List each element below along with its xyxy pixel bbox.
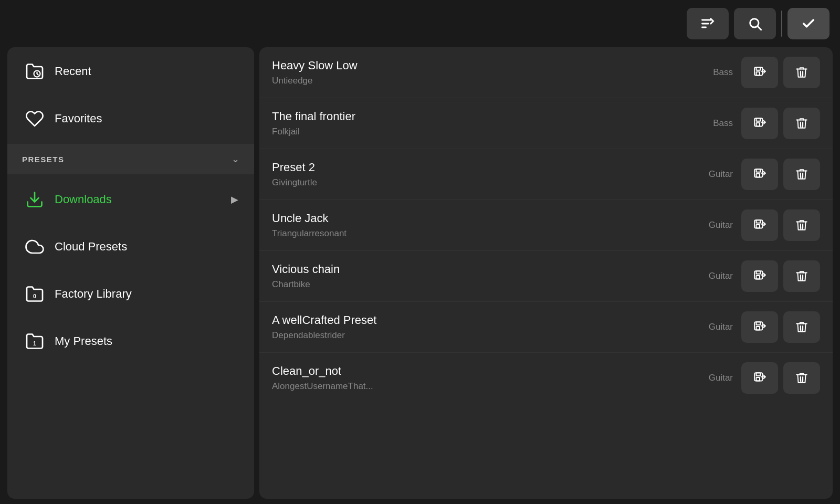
- sidebar-favorites-label: Favorites: [55, 112, 238, 125]
- save-to-button[interactable]: [741, 108, 778, 139]
- svg-line-44: [803, 326, 803, 331]
- sidebar-item-my-presets[interactable]: 1 My Presets: [10, 318, 251, 364]
- presets-section-label: PRESETS: [22, 155, 65, 164]
- preset-row: Preset 2 Givingturtle Guitar: [259, 149, 833, 200]
- preset-author: Dependablestrider: [272, 330, 680, 341]
- delete-button[interactable]: [783, 311, 820, 343]
- svg-line-4: [758, 26, 761, 29]
- delete-button[interactable]: [783, 159, 820, 190]
- heart-icon: [23, 107, 46, 130]
- preset-author: Untieedge: [272, 76, 680, 86]
- sidebar-recent-label: Recent: [55, 65, 238, 78]
- svg-rect-29: [757, 225, 760, 228]
- main-layout: Recent Favorites PRESETS ⌄: [0, 47, 840, 504]
- svg-line-14: [803, 71, 803, 77]
- content-area: Heavy Slow Low Untieedge Bass The fin: [259, 47, 833, 499]
- preset-name: Vicious chain: [272, 262, 680, 276]
- toolbar-divider: [781, 10, 782, 37]
- preset-row: The final frontier Folkjail Bass: [259, 98, 833, 149]
- preset-info: Vicious chain Chartbike: [272, 262, 680, 290]
- preset-category: Guitar: [680, 220, 733, 230]
- svg-line-25: [801, 173, 801, 178]
- preset-row: Vicious chain Chartbike Guitar: [259, 251, 833, 302]
- delete-button[interactable]: [783, 57, 820, 88]
- svg-rect-17: [757, 123, 760, 127]
- svg-line-13: [801, 71, 801, 77]
- svg-line-43: [801, 326, 801, 331]
- preset-category: Bass: [680, 67, 733, 78]
- delete-button[interactable]: [783, 362, 820, 394]
- preset-actions: [741, 57, 820, 88]
- save-to-button[interactable]: [741, 362, 778, 394]
- preset-info: Preset 2 Givingturtle: [272, 161, 680, 188]
- downloads-arrow-icon: ▶: [231, 194, 238, 205]
- svg-line-38: [803, 275, 803, 280]
- svg-line-19: [801, 122, 801, 128]
- svg-rect-34: [757, 271, 761, 274]
- preset-row: Uncle Jack Triangularresonant Guitar: [259, 200, 833, 251]
- preset-name: A wellCrafted Preset: [272, 313, 680, 327]
- sidebar-my-presets-label: My Presets: [55, 334, 238, 348]
- preset-actions: [741, 209, 820, 241]
- preset-name: Clean_or_not: [272, 364, 680, 378]
- preset-info: Clean_or_not AlongestUsernameThat...: [272, 364, 680, 392]
- preset-info: Heavy Slow Low Untieedge: [272, 59, 680, 86]
- svg-rect-23: [757, 174, 760, 177]
- preset-actions: [741, 311, 820, 343]
- preset-category: Bass: [680, 118, 733, 129]
- sidebar: Recent Favorites PRESETS ⌄: [7, 47, 254, 499]
- preset-category: Guitar: [680, 271, 733, 281]
- preset-row: Clean_or_not AlongestUsernameThat... Gui…: [259, 353, 833, 403]
- factory-folder-icon: 0: [23, 282, 46, 306]
- toolbar: [0, 0, 840, 47]
- save-to-button[interactable]: [741, 209, 778, 241]
- preset-name: Uncle Jack: [272, 212, 680, 225]
- sort-button[interactable]: [687, 8, 729, 39]
- svg-line-31: [801, 224, 801, 229]
- svg-rect-47: [757, 377, 760, 381]
- preset-author: Folkjail: [272, 127, 680, 137]
- sidebar-item-factory-library[interactable]: 0 Factory Library: [10, 271, 251, 317]
- sidebar-item-favorites[interactable]: Favorites: [10, 96, 251, 142]
- preset-info: A wellCrafted Preset Dependablestrider: [272, 313, 680, 341]
- preset-name: Heavy Slow Low: [272, 59, 680, 72]
- svg-rect-16: [757, 118, 761, 121]
- preset-name: Preset 2: [272, 161, 680, 174]
- svg-line-32: [803, 224, 803, 229]
- preset-author: Givingturtle: [272, 177, 680, 188]
- save-to-button[interactable]: [741, 260, 778, 292]
- preset-author: Chartbike: [272, 279, 680, 290]
- preset-actions: [741, 260, 820, 292]
- presets-chevron-icon: ⌄: [232, 153, 239, 165]
- sidebar-item-recent[interactable]: Recent: [10, 48, 251, 94]
- svg-line-26: [803, 173, 803, 178]
- preset-info: Uncle Jack Triangularresonant: [272, 212, 680, 239]
- preset-actions: [741, 362, 820, 394]
- my-presets-folder-icon: 1: [23, 330, 46, 353]
- save-to-button[interactable]: [741, 159, 778, 190]
- delete-button[interactable]: [783, 209, 820, 241]
- preset-category: Guitar: [680, 169, 733, 180]
- svg-rect-35: [757, 276, 760, 279]
- sidebar-item-downloads[interactable]: Downloads ▶: [10, 176, 251, 223]
- search-button[interactable]: [734, 8, 776, 39]
- folder-clock-icon: [23, 60, 46, 83]
- preset-row: Heavy Slow Low Untieedge Bass: [259, 47, 833, 98]
- svg-line-37: [801, 275, 801, 280]
- delete-button[interactable]: [783, 108, 820, 139]
- svg-rect-22: [757, 169, 761, 172]
- download-icon: [23, 188, 46, 211]
- preset-info: The final frontier Folkjail: [272, 110, 680, 137]
- svg-rect-46: [757, 373, 761, 375]
- svg-line-49: [801, 377, 801, 382]
- check-button[interactable]: [788, 8, 830, 39]
- svg-rect-10: [757, 67, 761, 70]
- delete-button[interactable]: [783, 260, 820, 292]
- presets-section-header[interactable]: PRESETS ⌄: [7, 144, 254, 174]
- save-to-button[interactable]: [741, 57, 778, 88]
- sidebar-cloud-label: Cloud Presets: [55, 240, 238, 254]
- sidebar-downloads-label: Downloads: [55, 193, 231, 206]
- save-to-button[interactable]: [741, 311, 778, 343]
- preset-category: Guitar: [680, 373, 733, 383]
- sidebar-item-cloud-presets[interactable]: Cloud Presets: [10, 224, 251, 270]
